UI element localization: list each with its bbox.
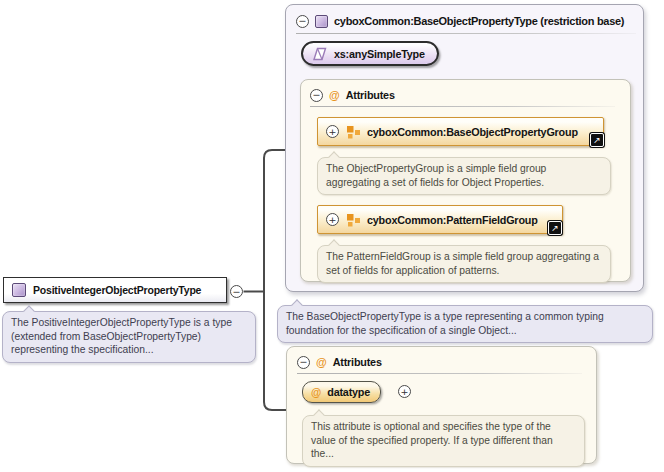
group-ref-label: cyboxCommon:BaseObjectPropertyGroup <box>367 126 578 138</box>
group-expand-toggle[interactable]: + <box>326 125 339 138</box>
group-ref-base-object-property-group[interactable]: + cyboxCommon:BaseObjectPropertyGroup <box>317 117 604 146</box>
tooltip-pointer <box>328 239 339 250</box>
attributes-title: Attributes <box>346 89 395 101</box>
attribute-at-icon: @ <box>316 356 327 368</box>
attributes-header: − @ Attributes <box>297 354 382 370</box>
main-type-collapse-toggle[interactable]: − <box>230 285 243 298</box>
open-link-icon[interactable]: ↗ <box>590 133 604 147</box>
group-doc-tooltip: The ObjectPropertyGroup is a simple fiel… <box>317 157 611 195</box>
attribute-expand-toggle[interactable]: + <box>398 385 411 398</box>
attribute-group-icon <box>346 213 360 227</box>
base-type-header: − cyboxCommon:BaseObjectPropertyType (re… <box>296 13 624 29</box>
base-type-title: cyboxCommon:BaseObjectPropertyType (rest… <box>334 15 624 27</box>
main-type-doc-tooltip: The PositiveIntegerObjectPropertyType is… <box>2 311 256 363</box>
attributes-header: − @ Attributes <box>310 87 395 103</box>
attribute-at-icon: @ <box>311 386 321 398</box>
separator <box>297 373 582 374</box>
main-type-box[interactable]: PositiveIntegerObjectPropertyType <box>3 277 227 303</box>
attributes-collapse-toggle[interactable]: − <box>310 89 323 102</box>
attribute-group-icon <box>346 125 360 139</box>
simple-type-badge[interactable]: xs:anySimpleType <box>301 41 439 66</box>
base-type-attributes-panel: − @ Attributes + cyboxCommon:BaseObjectP… <box>300 79 631 282</box>
complex-type-icon <box>12 283 26 297</box>
group-expand-toggle[interactable]: + <box>326 213 339 226</box>
base-type-doc-tooltip: The BaseObjectPropertyType is a type rep… <box>277 305 653 343</box>
attribute-datatype-badge[interactable]: @ datatype <box>302 381 381 403</box>
group-ref-label: cyboxCommon:PatternFieldGroup <box>367 214 538 226</box>
separator <box>310 106 615 107</box>
attribute-doc-tooltip: This attribute is optional and specifies… <box>302 415 585 467</box>
schema-diagram: PositiveIntegerObjectPropertyType − The … <box>0 0 664 472</box>
complex-type-icon <box>315 15 328 28</box>
attribute-at-icon: @ <box>329 89 340 101</box>
tooltip-pointer <box>23 305 34 316</box>
separator <box>296 33 636 34</box>
attributes-title: Attributes <box>333 356 382 368</box>
simple-type-label: xs:anySimpleType <box>334 48 425 60</box>
own-attributes-panel: − @ Attributes @ datatype + This attribu… <box>286 346 597 464</box>
open-link-icon[interactable]: ↗ <box>548 221 562 235</box>
group-ref-pattern-field-group[interactable]: + cyboxCommon:PatternFieldGroup <box>317 205 563 234</box>
main-type-label: PositiveIntegerObjectPropertyType <box>33 284 201 296</box>
tooltip-pointer <box>291 299 302 310</box>
attribute-name-label: datatype <box>327 386 370 398</box>
base-type-panel: − cyboxCommon:BaseObjectPropertyType (re… <box>285 4 644 292</box>
simple-type-icon <box>311 46 327 62</box>
base-type-collapse-toggle[interactable]: − <box>296 15 309 28</box>
tooltip-pointer <box>313 409 324 420</box>
attributes-collapse-toggle[interactable]: − <box>297 356 310 369</box>
tooltip-pointer <box>328 151 339 162</box>
group-doc-tooltip: The PatternFieldGroup is a simple field … <box>317 245 611 283</box>
